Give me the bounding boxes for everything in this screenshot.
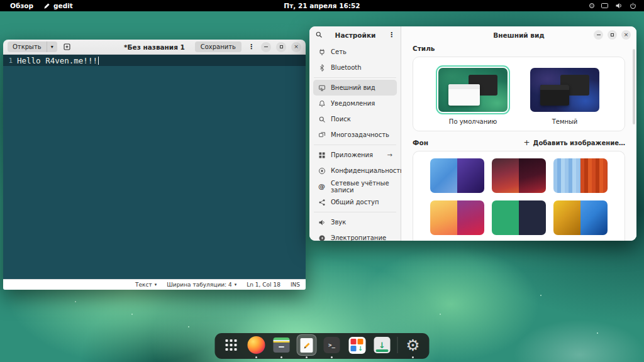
clock[interactable]: Пт, 21 апреля 16:52 (0, 2, 644, 9)
privacy-icon (318, 167, 326, 175)
bluetooth-icon (318, 63, 326, 72)
sidebar-item-sound[interactable]: Звук (313, 214, 397, 230)
dock-item-gedit[interactable] (297, 335, 317, 355)
dock-item-terminal[interactable]: >_ (322, 335, 342, 355)
settings-sidebar: Настройки ⋮ Сеть Bluetooth Внешний вид У… (309, 26, 401, 241)
app-menu-label: gedit (53, 2, 73, 9)
save-button[interactable]: Сохранить (195, 41, 242, 52)
style-card: По умолчанию Темный (413, 57, 625, 131)
minimize-icon (264, 47, 268, 48)
style-option-dark[interactable]: Темный (528, 65, 602, 125)
terminal-icon: >_ (324, 337, 340, 353)
wallpaper-thumbnail-green-dots[interactable] (492, 200, 546, 235)
editor-text: Hello R4ven.me!!! (17, 56, 97, 65)
files-icon (274, 337, 290, 353)
settings-maximize-button[interactable] (608, 30, 617, 40)
appearance-icon (318, 84, 326, 92)
preview-dark-window (540, 85, 569, 106)
dock-item-files[interactable] (272, 335, 292, 355)
gedit-active-tile (297, 334, 317, 356)
style-option-default[interactable]: По умолчанию (436, 65, 510, 125)
add-picture-button[interactable]: + Добавить изображение… (523, 138, 625, 147)
sidebar-item-appearance[interactable]: Внешний вид (313, 80, 397, 96)
hamburger-menu-button[interactable]: ⋮ (247, 43, 256, 51)
line-number: 1 (3, 57, 13, 65)
scrollbar[interactable] (633, 49, 635, 124)
insert-mode-indicator[interactable]: INS (291, 282, 300, 288)
power-icon[interactable] (630, 3, 636, 9)
gedit-icon (301, 338, 313, 353)
editor-current-line[interactable]: 1 Hello R4ven.me!!! (3, 55, 306, 66)
background-section-title: Фон (413, 139, 428, 146)
volume-icon[interactable] (615, 2, 623, 9)
screencast-icon[interactable] (601, 3, 608, 8)
close-icon: × (624, 32, 629, 38)
sidebar-item-search[interactable]: Поиск (313, 111, 397, 127)
tab-width-dropdown[interactable]: Ширина табуляции: 4 ▾ (167, 282, 236, 288)
dock-separator (397, 337, 398, 353)
style-dark-label: Темный (552, 118, 578, 125)
background-card (413, 151, 625, 241)
multitasking-icon (318, 131, 326, 139)
top-bar: Обзор gedit Пт, 21 апреля 16:52 (0, 0, 644, 11)
sidebar-item-apps[interactable]: Приложения → (313, 147, 397, 163)
text-cursor (98, 57, 99, 65)
status-indicator-icon[interactable] (589, 3, 594, 8)
wallpaper-thumbnail-gradient[interactable] (430, 200, 484, 235)
dock-item-software[interactable]: ↓ (347, 335, 367, 355)
show-apps-button[interactable] (221, 335, 242, 355)
content-headerbar[interactable]: Внешний вид × (401, 26, 636, 43)
wallpaper-thumbnail-drips[interactable] (553, 158, 608, 193)
package-installer-icon: ↓ (374, 337, 391, 353)
text-editor-area[interactable]: 1 Hello R4ven.me!!! (3, 55, 306, 279)
search-panel-icon (318, 115, 326, 123)
sidebar-separator (314, 77, 396, 78)
panel-title: Внешний вид (493, 31, 545, 39)
search-icon (315, 31, 323, 38)
settings-window: Настройки ⋮ Сеть Bluetooth Внешний вид У… (309, 26, 636, 241)
chevron-right-icon: → (387, 151, 392, 158)
wallpaper-thumbnail-mosaic[interactable] (553, 200, 608, 235)
sidebar-item-network[interactable]: Сеть (313, 44, 397, 60)
share-icon (318, 198, 326, 206)
wallpaper-thumbnail-red-layers[interactable] (492, 158, 546, 193)
open-dropdown-arrow[interactable]: ▾ (47, 41, 57, 52)
close-button[interactable]: × (291, 42, 301, 52)
filetype-dropdown[interactable]: Текст ▾ (135, 282, 157, 288)
sidebar-item-power[interactable]: Электропитание (313, 230, 397, 241)
sidebar-item-sharing[interactable]: Общий доступ (313, 194, 397, 210)
settings-close-button[interactable]: × (621, 30, 631, 40)
dock-item-package-installer[interactable]: ↓ (372, 335, 392, 355)
maximize-icon (280, 45, 283, 48)
close-icon: × (294, 44, 299, 50)
dropdown-arrow-icon: ▾ (235, 282, 237, 287)
new-tab-button[interactable] (62, 41, 73, 53)
sidebar-item-bluetooth[interactable]: Bluetooth (313, 60, 397, 75)
wallpaper-thumbnail-blue-hex[interactable] (430, 158, 484, 193)
dock-item-settings[interactable]: ⚙ (403, 335, 423, 355)
firefox-icon (248, 336, 265, 354)
dropdown-arrow-icon: ▾ (155, 282, 157, 287)
style-section-title: Стиль (413, 45, 625, 52)
gedit-headerbar[interactable]: *Без названия 1 Открыть ▾ Сохранить ⋮ × (3, 40, 306, 55)
at-icon: @ (318, 182, 326, 190)
pencil-icon (43, 3, 50, 9)
sidebar-item-notifications[interactable]: Уведомления (313, 96, 397, 111)
sidebar-item-privacy[interactable]: Конфиденциальность → (313, 163, 397, 178)
open-button[interactable]: Открыть ▾ (8, 41, 57, 52)
settings-minimize-button[interactable] (594, 30, 603, 40)
sidebar-header: Настройки ⋮ (309, 26, 401, 43)
sidebar-list: Сеть Bluetooth Внешний вид Уведомления П… (309, 43, 401, 241)
style-dark-thumbnail[interactable] (530, 68, 599, 112)
style-default-thumbnail[interactable] (438, 68, 508, 112)
app-menu[interactable]: gedit (43, 2, 73, 9)
minimize-button[interactable] (261, 42, 271, 52)
maximize-button[interactable] (276, 42, 286, 52)
dock-item-firefox[interactable] (247, 335, 267, 355)
activities-button[interactable]: Обзор (10, 2, 33, 9)
style-default-selected-ring (436, 65, 510, 114)
search-button[interactable] (315, 29, 323, 41)
sidebar-item-online-accounts[interactable]: @ Сетевые учётные записи (313, 178, 397, 194)
settings-menu-button[interactable]: ⋮ (388, 31, 395, 39)
sidebar-item-multitasking[interactable]: Многозадачность (313, 127, 397, 143)
